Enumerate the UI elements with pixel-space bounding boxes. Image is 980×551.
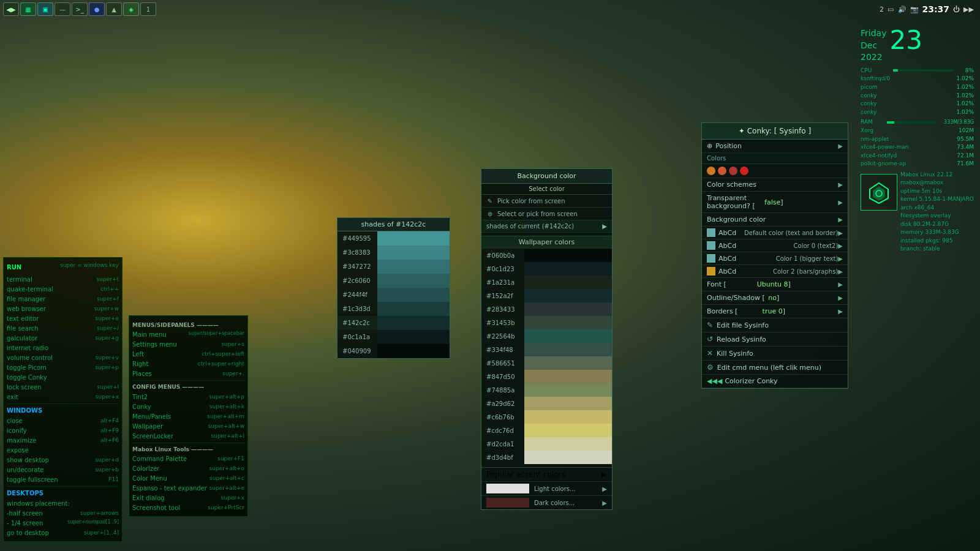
menu-item-tint2[interactable]: Tint2super+alt+p (132, 392, 244, 402)
wc-31453b[interactable]: #31453b (481, 316, 612, 329)
wc-22564b[interactable]: #22564b (481, 329, 612, 343)
cp-font-row[interactable]: Font [ Ubuntu 8 ] ▶ (702, 278, 848, 291)
cp-cmd-menu-row[interactable]: ⚙ Edit cmd menu (left clik menu) (702, 361, 848, 375)
cp-kill-row[interactable]: ✕ Kill Sysinfo (702, 347, 848, 361)
menu-item-volume[interactable]: volume controlsuper+v (7, 353, 119, 363)
menu-item-fullscreen[interactable]: toggle fullscreenF11 (7, 475, 119, 485)
taskbar-app2[interactable]: ▣ (37, 2, 53, 16)
menu-item-halfscreen[interactable]: -half screensuper+arrows (7, 509, 119, 519)
shade-item-040909[interactable]: #040909 (337, 344, 450, 358)
shade-item-142c2c[interactable]: #142c2c (337, 316, 450, 330)
wc-74885a[interactable]: #74885a (481, 383, 612, 397)
shade-item-244f4f[interactable]: #244f4f (337, 288, 450, 302)
menu-item-conky-config[interactable]: Conkysuper+alt+k (132, 402, 244, 412)
taskbar-app1[interactable]: ▦ (20, 2, 36, 16)
menu-item-screenlocker[interactable]: ScreenLockersuper+alt+l (132, 432, 244, 441)
shades-current-row[interactable]: shades of current (#142c2c) ▶ (481, 220, 612, 233)
menu-item-filemanager[interactable]: file managersuper+f (7, 294, 119, 304)
menu-item-exit[interactable]: exitsuper+x (7, 392, 119, 402)
cp-reload-row[interactable]: ↺ Reload Sysinfo (702, 332, 848, 347)
menu-item-espanso[interactable]: Espanso - text expandersuper+alt+e (132, 484, 244, 493)
wc-a29d62[interactable]: #a29d62 (481, 397, 612, 410)
menu-item-close[interactable]: closealt+F4 (7, 416, 119, 426)
menu-item-showdesktop[interactable]: show desktopsuper+d (7, 455, 119, 465)
menu-item-conky[interactable]: toggle Conky (7, 373, 119, 383)
menu-item-terminal[interactable]: terminalsuper+t (7, 275, 119, 285)
taskbar-icon-power[interactable]: ⏻ (953, 6, 960, 13)
wc-283433[interactable]: #283433 (481, 302, 612, 316)
menu-item-wallpaper[interactable]: Wallpapersuper+alt+w (132, 422, 244, 432)
menu-item-winplacement[interactable]: windows placement: (7, 499, 119, 509)
menu-item-undecorate[interactable]: un/decoratesuper+b (7, 465, 119, 475)
cp-color-schemes-row[interactable]: Color schemes ▶ (702, 178, 848, 192)
wc-152a2f[interactable]: #152a2f (481, 289, 612, 302)
select-from-screen-row[interactable]: ⊕ Select or pick from screen (481, 208, 612, 220)
cp-abcd-default[interactable]: AbCd Default color (text and border) ▶ (702, 227, 848, 239)
cp-abcd-color0[interactable]: AbCd Color 0 (text2) ▶ (702, 239, 848, 252)
dark-colors-row[interactable]: Dark colors... ▶ (481, 495, 612, 509)
menu-item-texteditor[interactable]: text editorsuper+e (7, 314, 119, 324)
menu-item-quake[interactable]: quake-terminalctrl++ (7, 285, 119, 294)
shade-item-0c1a1a[interactable]: #0c1a1a (337, 330, 450, 344)
wc-1a231a[interactable]: #1a231a (481, 276, 612, 289)
menu-item-cmdpalette[interactable]: Command Palettesuper+F1 (132, 454, 244, 464)
wc-847d50[interactable]: #847d50 (481, 370, 612, 383)
menu-item-galculator[interactable]: galculatorsuper+g (7, 334, 119, 343)
cp-abcd-color1[interactable]: AbCd Color 1 (bigger text) ▶ (702, 252, 848, 265)
shade-item-3c8383[interactable]: #3c8383 (337, 246, 450, 260)
menu-item-quarterscreen[interactable]: - 1/4 screensuper+numpad[1..9] (7, 519, 119, 528)
taskbar-nav-btn[interactable]: ◀▶ (3, 2, 19, 16)
menu-item-expose[interactable]: expose (7, 446, 119, 455)
menu-item-mainmenu[interactable]: Main menusuper/super+spacebar (132, 330, 244, 340)
menu-item-gotodesk[interactable]: go to desktopsuper+[1..4] (7, 528, 119, 538)
menu-item-lockscreen[interactable]: lock screensuper+l (7, 383, 119, 392)
cp-borders-row[interactable]: Borders [ true 0 ] ▶ (702, 305, 848, 318)
wc-586651[interactable]: #586651 (481, 356, 612, 370)
menu-item-maximize[interactable]: maximizealt+F6 (7, 436, 119, 446)
menu-item-right[interactable]: Rightctrl+super+right (132, 359, 244, 369)
taskbar-app8[interactable]: 1 (140, 2, 156, 16)
cp-transparent-bg-row[interactable]: Transparent background? [ false ] ▶ (702, 192, 848, 213)
menu-item-radio[interactable]: internet radio (7, 343, 119, 353)
menu-item-filesearch[interactable]: file searchsuper+/ (7, 324, 119, 334)
menu-item-left[interactable]: Leftctrl+super+left (132, 350, 244, 359)
taskbar-app6[interactable]: ▲ (106, 2, 122, 16)
menu-item-webbrowser[interactable]: web browsersuper+w (7, 304, 119, 314)
shade-item-1c3d3d[interactable]: #1c3d3d (337, 302, 450, 316)
menu-item-exitdialog[interactable]: Exit dialogsuper+x (132, 493, 244, 503)
wc-060b0a[interactable]: #060b0a (481, 249, 612, 262)
taskbar-terminal[interactable]: >_ (72, 2, 88, 16)
pick-from-screen-row[interactable]: ✎ Pick color from screen (481, 195, 612, 208)
wc-c6b76b[interactable]: #c6b76b (481, 410, 612, 424)
wc-cdc76d[interactable]: #cdc76d (481, 424, 612, 437)
shade-item-347272[interactable]: #347272 (337, 260, 450, 274)
color-dot-orange[interactable] (707, 167, 715, 175)
taskbar-app7[interactable]: ◈ (123, 2, 139, 16)
popular-accent-row[interactable]: Popular accent colors ▶ (481, 467, 612, 481)
light-colors-row[interactable]: Light colors... ▶ (481, 481, 612, 495)
taskbar-icon-more[interactable]: ▶▶ (963, 6, 974, 13)
wc-d3d4bf[interactable]: #d3d4bf (481, 451, 612, 464)
cp-outline-row[interactable]: Outline/Shadow [ no ] ▶ (702, 291, 848, 305)
color-dot-darkred[interactable] (729, 167, 737, 175)
menu-item-settingsmenu[interactable]: Settings menusuper+s (132, 340, 244, 350)
taskbar-app5[interactable]: ● (89, 2, 105, 16)
shade-item-449595[interactable]: #449595 (337, 231, 450, 246)
shade-item-2c6060[interactable]: #2c6060 (337, 274, 450, 288)
menu-item-menupanels[interactable]: Menu/Panelssuper+alt+m (132, 412, 244, 422)
wc-d2cda1[interactable]: #d2cda1 (481, 437, 612, 451)
color-dot-red[interactable] (740, 167, 748, 175)
menu-item-screenshot[interactable]: Screenshot toolsuper+PrtScr (132, 503, 244, 513)
wc-0c1d23[interactable]: #0c1d23 (481, 262, 612, 276)
menu-item-colormenu[interactable]: Color Menusuper+alt+c (132, 474, 244, 484)
cp-bg-color-row[interactable]: Background color ▶ (702, 213, 848, 227)
color-dot-darkorange[interactable] (718, 167, 726, 175)
cp-position-row[interactable]: ⊕ Position ▶ (702, 140, 848, 153)
menu-item-colorizer[interactable]: Colorizersuper+alt+o (132, 464, 244, 474)
cp-abcd-color2[interactable]: AbCd Color 2 (bars/graphs) ▶ (702, 265, 848, 278)
wc-334f48[interactable]: #334f48 (481, 343, 612, 356)
cp-colorizer-row[interactable]: ◀◀◀ Colorizer Conky (702, 375, 848, 388)
cp-edit-file-row[interactable]: ✎ Edit file Sysinfo (702, 318, 848, 332)
menu-item-places[interactable]: Placessuper+. (132, 369, 244, 379)
menu-item-picom[interactable]: toggle Picomsuper+p (7, 363, 119, 373)
